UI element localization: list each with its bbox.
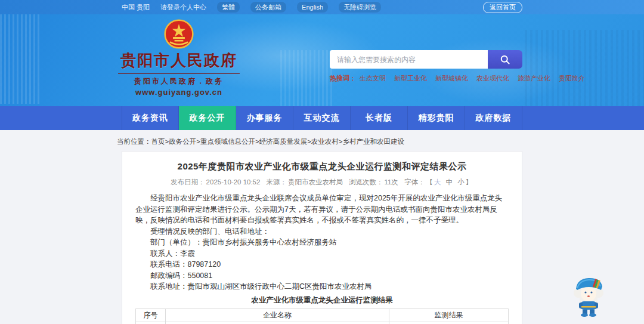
hot-search-row: 热搜词：生态文明新型工业化新型城镇化农业现代化旅游产业化贵阳简介 bbox=[330, 74, 522, 83]
mascot-icon bbox=[571, 273, 606, 317]
site-subtitle: 贵阳市人民政府．政务 bbox=[116, 76, 242, 87]
table-header-cell: 企业名称 bbox=[166, 308, 389, 322]
main-nav: 政务资讯政务公开办事服务互动交流长者版精彩贵阳政府数据 bbox=[0, 106, 644, 130]
nav-item-精彩贵阳[interactable]: 精彩贵阳 bbox=[408, 106, 465, 130]
city-silhouette bbox=[0, 14, 42, 104]
topbar-links: 中国 贵阳请登录个人中心繁體公务邮箱English无障碍浏览 bbox=[122, 2, 483, 13]
bracket: 】 bbox=[465, 178, 472, 186]
nav-item-长者版[interactable]: 长者版 bbox=[351, 106, 408, 130]
back-home-button[interactable]: 返回首页 bbox=[483, 2, 522, 13]
article-paragraph: 经贵阳市农业产业化市级重点龙头企业联席会议成员单位审定，现对2025年开展的农业… bbox=[135, 193, 509, 226]
search-input[interactable] bbox=[330, 50, 488, 69]
table-header-cell: 序号 bbox=[136, 308, 166, 322]
site-logo[interactable]: 贵阳市人民政府 贵阳市人民政府．政务 www.guiyang.gov.cn bbox=[116, 19, 242, 97]
search-icon bbox=[499, 54, 511, 66]
results-table: 序号企业名称监测结果 1贵州合力超市采购有限公司合格2贵州友禾种业有限公司合格3… bbox=[135, 308, 509, 324]
hot-search-word[interactable]: 生态文明 bbox=[360, 75, 386, 82]
page: 中国 贵阳请登录个人中心繁體公务邮箱English无障碍浏览 返回首页 贵阳市人… bbox=[0, 0, 644, 324]
hot-search-word[interactable]: 农业现代化 bbox=[476, 75, 509, 82]
site-url: www.guiyang.gov.cn bbox=[116, 88, 242, 97]
topbar-link[interactable]: 公务邮箱 bbox=[250, 2, 286, 13]
article-card: 2025年度贵阳市农业产业化市级重点龙头企业运行监测和评定结果公示 发布日期：2… bbox=[122, 151, 522, 324]
nav-item-政务公开[interactable]: 政务公开 bbox=[179, 106, 236, 130]
source-label: 来源： bbox=[266, 178, 287, 186]
article-paragraph: 联系地址：贵阳市观山湖区市级行政中心二期C区贵阳市农业农村局 bbox=[135, 281, 509, 292]
views: 11次 bbox=[384, 178, 398, 186]
header-banner: 贵阳市人民政府 贵阳市人民政府．政务 www.guiyang.gov.cn 热搜… bbox=[0, 14, 644, 106]
topbar-link[interactable]: 无障碍浏览 bbox=[339, 2, 381, 13]
article-meta: 发布日期：2025-10-20 10:52来源：贵阳市农业农村局浏览次数：11次… bbox=[135, 178, 509, 187]
hot-search-word[interactable]: 贵阳简介 bbox=[559, 75, 585, 82]
views-label: 浏览次数： bbox=[349, 178, 383, 186]
article-paragraph: 联系电话：87987120 bbox=[135, 259, 509, 270]
topbar-link[interactable]: 请登录个人中心 bbox=[160, 2, 206, 12]
hot-search-word[interactable]: 新型城镇化 bbox=[435, 75, 468, 82]
table-cell: 合格 bbox=[389, 322, 509, 324]
bracket: 【 bbox=[426, 178, 433, 186]
table-row: 1贵州合力超市采购有限公司合格 bbox=[136, 322, 509, 324]
breadcrumb-path[interactable]: 首页>政务公开>重点领域信息公开>经济高质量发展>农业农村>乡村产业和农田建设 bbox=[151, 138, 405, 145]
publish-date: 2025-10-20 10:52 bbox=[206, 178, 261, 186]
font-size-small-button[interactable]: 小 bbox=[457, 178, 465, 186]
publish-date-label: 发布日期： bbox=[171, 178, 205, 186]
topbar-link[interactable]: 繁體 bbox=[217, 2, 240, 13]
hot-search-word[interactable]: 新型工业化 bbox=[394, 75, 427, 82]
table-header-cell: 监测结果 bbox=[389, 308, 509, 322]
topbar-link[interactable]: English bbox=[297, 2, 328, 13]
article-paragraph: 部门（单位）：贵阳市乡村振兴服务中心农村经济服务站 bbox=[135, 237, 509, 248]
breadcrumb: 当前位置：首页>政务公开>重点领域信息公开>经济高质量发展>农业农村>乡村产业和… bbox=[117, 137, 522, 146]
hot-search-label: 热搜词： bbox=[330, 75, 356, 82]
search-button[interactable] bbox=[488, 50, 522, 69]
article-title: 2025年度贵阳市农业产业化市级重点龙头企业运行监测和评定结果公示 bbox=[135, 161, 509, 172]
font-size-medium-button[interactable]: 中 bbox=[445, 178, 453, 186]
article-body: 经贵阳市农业产业化市级重点龙头企业联席会议成员单位审定，现对2025年开展的农业… bbox=[135, 193, 509, 292]
logo-divider bbox=[118, 73, 240, 74]
article-paragraph: 联系人：李霞 bbox=[135, 248, 509, 260]
nav-item-互动交流[interactable]: 互动交流 bbox=[293, 106, 351, 130]
table-cell: 1 bbox=[136, 322, 166, 324]
hot-search-word[interactable]: 旅游产业化 bbox=[518, 75, 550, 82]
article-paragraph: 邮政编码：550081 bbox=[135, 270, 509, 282]
nav-item-政府数据[interactable]: 政府数据 bbox=[465, 106, 522, 130]
mascot[interactable] bbox=[571, 273, 606, 317]
breadcrumb-label: 当前位置： bbox=[117, 138, 151, 145]
site-name: 贵阳市人民政府 bbox=[116, 50, 242, 71]
national-emblem-icon bbox=[164, 19, 194, 49]
article-paragraph: 受理情况反映的部门、电话和地址： bbox=[135, 226, 509, 237]
topbar: 中国 贵阳请登录个人中心繁體公务邮箱English无障碍浏览 返回首页 bbox=[0, 0, 644, 14]
results-table-caption: 农业产业化市级重点龙头企业运行监测结果 bbox=[135, 295, 509, 306]
city-silhouette bbox=[525, 30, 644, 106]
font-size-label: 字体： bbox=[404, 178, 425, 186]
font-size-large-button[interactable]: 大 bbox=[434, 178, 441, 186]
topbar-link[interactable]: 中国 贵阳 bbox=[122, 2, 150, 12]
search-area: 热搜词：生态文明新型工业化新型城镇化农业现代化旅游产业化贵阳简介 bbox=[330, 50, 522, 83]
source: 贵阳市农业农村局 bbox=[288, 178, 343, 186]
nav-item-办事服务[interactable]: 办事服务 bbox=[236, 106, 293, 130]
table-cell: 贵州合力超市采购有限公司 bbox=[166, 322, 389, 324]
nav-item-政务资讯[interactable]: 政务资讯 bbox=[122, 106, 179, 130]
